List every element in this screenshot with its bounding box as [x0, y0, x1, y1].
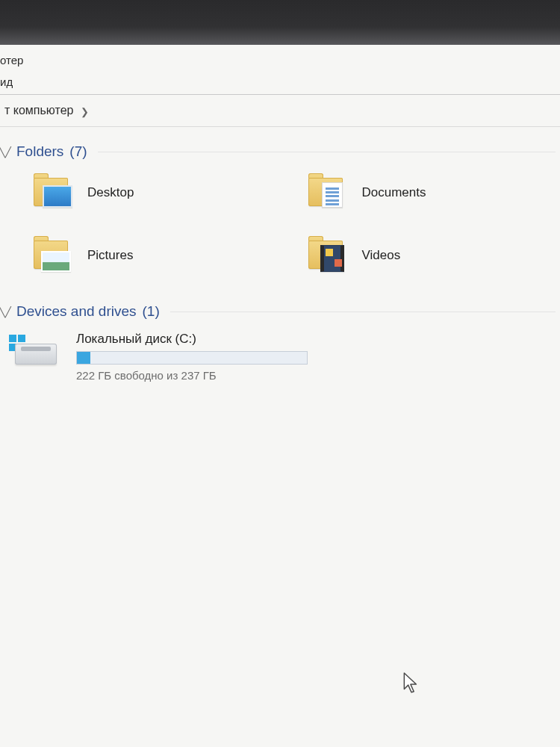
- group-count: (1): [143, 303, 160, 320]
- folder-icon: [31, 173, 74, 212]
- folder-desktop[interactable]: Desktop: [26, 170, 271, 215]
- chevron-down-icon[interactable]: ╲╱: [0, 146, 10, 157]
- window-title: отер: [0, 54, 23, 66]
- menu-view[interactable]: ид: [0, 75, 13, 88]
- desktop-icon: [43, 185, 72, 208]
- group-label: Devices and drives: [16, 303, 137, 320]
- folder-pictures[interactable]: Pictures: [26, 233, 271, 278]
- pictures-icon: [41, 251, 71, 272]
- folder-label: Documents: [362, 185, 426, 200]
- document-icon: [322, 182, 343, 208]
- folder-label: Pictures: [87, 248, 133, 263]
- breadcrumb-this-pc[interactable]: т компьютер ❯: [0, 101, 93, 120]
- content-pane: ╲╱ Folders (7) Desktop Documents: [0, 127, 560, 386]
- address-bar[interactable]: т компьютер ❯: [0, 95, 560, 126]
- group-label: Folders: [16, 143, 63, 160]
- photo-edge: [0, 0, 560, 45]
- folder-documents[interactable]: Documents: [301, 170, 546, 215]
- folder-icon: [305, 236, 349, 275]
- chevron-down-icon[interactable]: ╲╱: [0, 306, 10, 317]
- folder-label: Videos: [362, 248, 401, 263]
- drive-usage-bar: [76, 351, 308, 365]
- drive-free-text: 222 ГБ свободно из 237 ГБ: [76, 369, 373, 382]
- folders-grid: Desktop Documents Pictures: [0, 167, 560, 293]
- mouse-cursor-icon: [403, 672, 420, 695]
- drive-usage-fill: [77, 352, 90, 364]
- hard-drive-icon: [9, 332, 61, 372]
- group-count: (7): [69, 143, 87, 160]
- explorer-window: отер ид т компьютер ❯ ╲╱ Folders (7) Des…: [0, 45, 560, 747]
- chevron-right-icon[interactable]: ❯: [81, 106, 89, 117]
- window-titlebar: отер: [0, 45, 560, 72]
- group-rule: [98, 152, 556, 152]
- folder-icon: [305, 173, 349, 212]
- folder-label: Desktop: [87, 185, 134, 200]
- videos-icon: [320, 245, 344, 272]
- folder-icon: [31, 236, 74, 275]
- group-rule: [170, 311, 556, 312]
- drive-c[interactable]: Локальный диск (C:) 222 ГБ свободно из 2…: [0, 327, 388, 386]
- group-header-folders[interactable]: ╲╱ Folders (7): [0, 133, 560, 167]
- menubar[interactable]: ид: [0, 72, 560, 94]
- breadcrumb-label: т компьютер: [4, 104, 73, 117]
- group-header-drives[interactable]: ╲╱ Devices and drives (1): [0, 293, 560, 327]
- drive-name: Локальный диск (C:): [76, 332, 373, 347]
- folder-videos[interactable]: Videos: [301, 233, 546, 278]
- drive-meta: Локальный диск (C:) 222 ГБ свободно из 2…: [76, 332, 373, 382]
